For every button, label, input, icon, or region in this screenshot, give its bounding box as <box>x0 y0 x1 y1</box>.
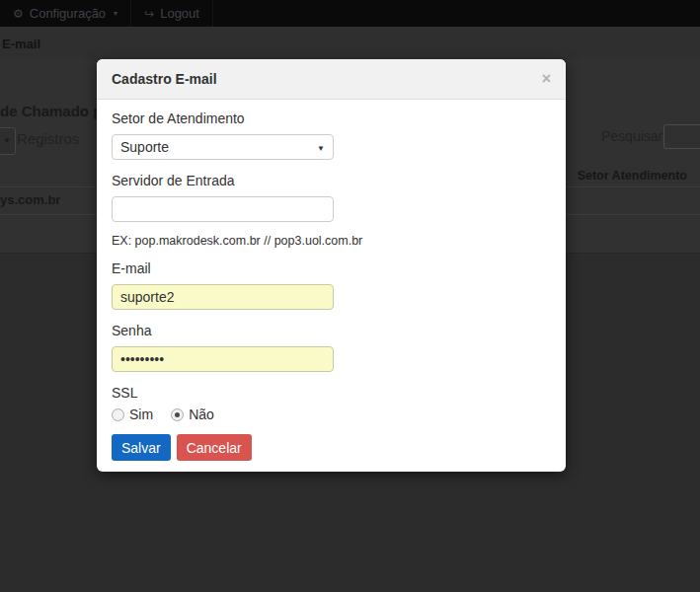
senha-label: Senha <box>112 324 551 338</box>
senha-group: Senha <box>112 324 551 372</box>
search-label: Pesquisar: <box>601 128 666 144</box>
email-label: E-mail <box>112 261 551 276</box>
setor-atendimento-group: Setor de Atendimento Suporte ▼ <box>112 111 551 160</box>
page-length-select[interactable]: ▼ <box>0 127 16 155</box>
chevron-down-icon: ▼ <box>317 144 325 153</box>
cancel-button[interactable]: Cancelar <box>177 434 252 461</box>
logout-icon: ↪ <box>144 7 154 21</box>
close-icon[interactable]: × <box>542 71 551 87</box>
breadcrumb: E-mail <box>2 37 40 51</box>
nav-logout-label: Logout <box>160 6 199 21</box>
ssl-group: SSL Sim Não <box>112 386 551 422</box>
breadcrumb-band: E-mail <box>0 27 700 60</box>
radio-checked-icon[interactable] <box>171 408 184 421</box>
cadastro-email-modal: Cadastro E-mail × Setor de Atendimento S… <box>97 59 566 472</box>
ssl-radio-row: Sim Não <box>112 407 551 422</box>
radio-unchecked-icon[interactable] <box>112 408 124 421</box>
setor-atendimento-selected-value: Suporte <box>120 139 169 155</box>
nav-item-configuracao[interactable]: ⚙ Configuração ▾ <box>0 0 131 27</box>
servidor-entrada-input[interactable] <box>112 196 334 222</box>
ssl-sim-label: Sim <box>129 407 153 422</box>
setor-atendimento-select[interactable]: Suporte ▼ <box>112 134 334 160</box>
setor-atendimento-label: Setor de Atendimento <box>112 111 551 126</box>
gear-icon: ⚙ <box>13 7 24 21</box>
ssl-label: SSL <box>112 386 551 401</box>
search-input[interactable] <box>663 124 700 149</box>
modal-footer-buttons: Salvar Cancelar <box>112 434 551 461</box>
ssl-radio-sim[interactable]: Sim <box>112 407 153 422</box>
email-group: E-mail <box>112 261 551 310</box>
nav-item-logout[interactable]: ↪ Logout <box>131 0 213 27</box>
length-menu-label: Registros <box>17 130 79 147</box>
save-button[interactable]: Salvar <box>112 434 171 461</box>
servidor-entrada-group: Servidor de Entrada <box>112 174 551 222</box>
modal-body: Setor de Atendimento Suporte ▼ Servidor … <box>97 100 566 475</box>
ssl-radio-nao[interactable]: Não <box>171 407 214 422</box>
nav-configuracao-label: Configuração <box>30 6 106 21</box>
servidor-entrada-label: Servidor de Entrada <box>112 174 551 188</box>
chevron-down-icon: ▾ <box>114 9 117 18</box>
servidor-help-text: EX: pop.makrodesk.com.br // pop3.uol.com… <box>112 234 551 248</box>
modal-title: Cadastro E-mail <box>112 71 217 87</box>
table-row[interactable]: ys.com.br <box>0 192 60 207</box>
email-field[interactable] <box>112 284 334 310</box>
senha-field[interactable] <box>112 346 334 372</box>
column-header-setor-atendimento[interactable]: Setor Atendimento <box>578 169 687 183</box>
modal-header: Cadastro E-mail × <box>97 59 566 100</box>
chevron-down-icon: ▼ <box>3 136 11 145</box>
top-navbar: ⚙ Configuração ▾ ↪ Logout <box>0 0 700 28</box>
ssl-nao-label: Não <box>189 407 214 422</box>
